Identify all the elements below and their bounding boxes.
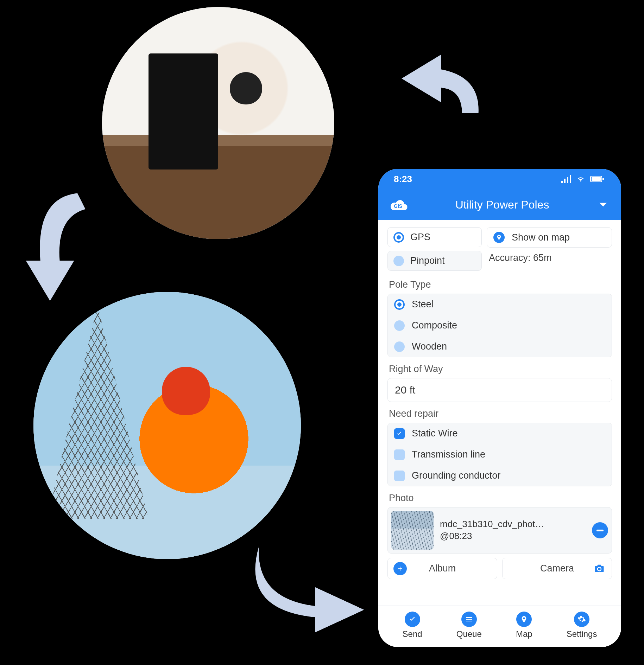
- location-option-gps[interactable]: GPS: [387, 227, 482, 247]
- app-header: GIS Utility Power Poles: [378, 189, 621, 220]
- checkbox-unchecked-icon: [394, 449, 405, 460]
- option-label: Transmission line: [412, 449, 485, 460]
- status-bar: 8:23: [378, 169, 621, 189]
- cellular-icon: [561, 175, 571, 183]
- radio-checked-icon: [393, 232, 404, 243]
- tab-settings[interactable]: Settings: [567, 612, 597, 639]
- radio-unchecked-icon: [394, 320, 405, 331]
- chevron-down-icon[interactable]: [596, 197, 611, 212]
- need-repair-option-static-wire[interactable]: Static Wire: [388, 423, 612, 444]
- plus-icon: [393, 562, 407, 575]
- option-label: Steel: [412, 299, 434, 310]
- radio-unchecked-icon: [394, 341, 405, 352]
- section-label-need-repair: Need repair: [389, 408, 612, 419]
- arrow-icon: [18, 190, 99, 302]
- pole-type-group: Steel Composite Wooden: [387, 294, 612, 357]
- tab-send[interactable]: Send: [403, 612, 422, 639]
- option-label: Pinpoint: [410, 255, 445, 266]
- status-icons: [561, 175, 604, 183]
- map-pin-icon: [516, 612, 532, 627]
- remove-photo-button[interactable]: [592, 522, 608, 538]
- album-button[interactable]: Album: [387, 558, 497, 579]
- map-pin-icon: [493, 232, 505, 243]
- option-label: Static Wire: [412, 428, 458, 439]
- cloud-icon: GIS: [389, 198, 409, 212]
- battery-icon: [590, 175, 604, 183]
- section-label-pole-type: Pole Type: [389, 279, 612, 290]
- photo-thumbnail[interactable]: [391, 511, 434, 550]
- illustration-office-worker: [102, 7, 334, 239]
- need-repair-group: Static Wire Transmission line Grounding …: [387, 423, 612, 486]
- option-label: Grounding conductor: [412, 470, 500, 481]
- pole-type-option-composite[interactable]: Composite: [388, 315, 612, 336]
- camera-icon: [593, 562, 606, 575]
- accuracy-text: Accuracy: 65m: [487, 252, 612, 263]
- svg-text:GIS: GIS: [394, 203, 402, 209]
- arrow-icon: [391, 49, 482, 141]
- option-label: Composite: [412, 320, 457, 331]
- tab-queue[interactable]: Queue: [456, 612, 482, 639]
- camera-button[interactable]: Camera: [502, 558, 612, 579]
- tab-label: Settings: [567, 629, 597, 639]
- location-option-pinpoint[interactable]: Pinpoint: [387, 251, 482, 271]
- wifi-icon: [575, 175, 586, 183]
- option-label: Wooden: [412, 341, 447, 352]
- photo-filename: mdc_31b310_cdv_phot…: [440, 518, 586, 530]
- button-label: Show on map: [512, 232, 570, 243]
- option-label: GPS: [410, 232, 430, 243]
- tab-map[interactable]: Map: [516, 612, 532, 639]
- section-label-right-of-way: Right of Way: [389, 364, 612, 375]
- svg-rect-2: [602, 178, 604, 180]
- button-label: Album: [429, 563, 456, 574]
- right-of-way-input[interactable]: [387, 378, 612, 402]
- phone-mockup: 8:23 GIS Utility Power Poles GPS Pinpoin…: [378, 169, 621, 647]
- tab-bar: Send Queue Map Settings: [378, 606, 621, 647]
- need-repair-option-transmission[interactable]: Transmission line: [388, 444, 612, 465]
- illustration-field-worker: [33, 292, 301, 559]
- button-label: Camera: [540, 563, 574, 574]
- check-circle-icon: [405, 612, 420, 627]
- pole-type-option-steel[interactable]: Steel: [388, 294, 612, 315]
- list-icon: [461, 612, 477, 627]
- photo-meta: mdc_31b310_cdv_phot… @08:23: [440, 518, 586, 542]
- tab-label: Queue: [456, 629, 482, 639]
- checkbox-checked-icon: [394, 428, 405, 439]
- page-title: Utility Power Poles: [416, 198, 589, 211]
- checkbox-unchecked-icon: [394, 471, 405, 481]
- radio-checked-icon: [394, 299, 405, 310]
- section-label-photo: Photo: [389, 493, 612, 504]
- tab-label: Map: [516, 629, 532, 639]
- photo-timestamp: @08:23: [440, 530, 586, 542]
- status-time: 8:23: [394, 174, 412, 185]
- arrow-icon: [253, 538, 366, 637]
- form-area: GPS Pinpoint Show on map Accuracy: 65m P…: [378, 220, 621, 606]
- gear-icon: [574, 612, 589, 627]
- need-repair-option-grounding[interactable]: Grounding conductor: [388, 465, 612, 486]
- svg-rect-1: [592, 177, 601, 181]
- show-on-map-button[interactable]: Show on map: [487, 227, 612, 248]
- tab-label: Send: [403, 629, 422, 639]
- radio-unchecked-icon: [393, 256, 404, 266]
- photo-attachment: mdc_31b310_cdv_phot… @08:23: [387, 507, 612, 554]
- gis-cloud-logo: GIS: [389, 198, 409, 212]
- pole-type-option-wooden[interactable]: Wooden: [388, 336, 612, 357]
